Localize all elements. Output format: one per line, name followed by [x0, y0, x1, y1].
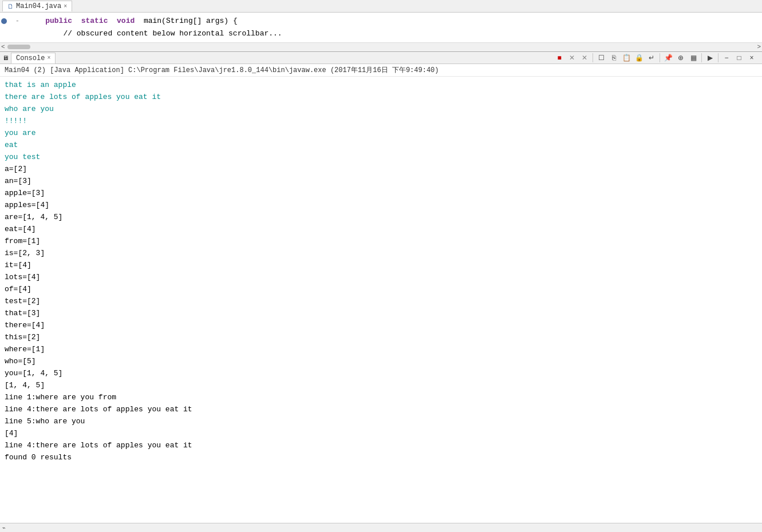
output-line: line 5:who are you: [5, 415, 757, 427]
scroll-lock-button[interactable]: 🔒: [633, 52, 645, 63]
line-number-1: -: [15, 15, 19, 27]
terminate-button[interactable]: ■: [554, 52, 565, 63]
output-line: line 4:there are lots of apples you eat …: [5, 403, 757, 415]
pin-console-button[interactable]: 📌: [662, 52, 674, 63]
new-console-button[interactable]: ⊕: [675, 52, 686, 63]
toolbar-separator-4: [718, 53, 718, 62]
output-line: apples=[4]: [5, 199, 757, 211]
console-tab[interactable]: Console ×: [11, 53, 56, 63]
output-line: of=[4]: [5, 283, 757, 295]
remove-all-button[interactable]: ✕: [579, 52, 590, 63]
arrow-next-button[interactable]: ▶: [704, 52, 716, 63]
editor-tab-bar: 🗋 Main04.java ×: [0, 0, 762, 13]
file-icon: 🗋: [7, 3, 14, 10]
output-line: you are: [5, 127, 757, 139]
output-line: who=[5]: [5, 355, 757, 367]
output-line: !!!!!: [5, 115, 757, 127]
output-line: where=[1]: [5, 343, 757, 355]
editor-panel: 🗋 Main04.java × - public static void mai…: [0, 0, 762, 51]
output-line: it=[4]: [5, 259, 757, 271]
console-tab-label: Console: [16, 54, 45, 62]
scroll-left-arrow[interactable]: <: [1, 43, 5, 50]
output-line: an=[3]: [5, 175, 757, 187]
output-line: you=[1, 4, 5]: [5, 367, 757, 379]
toolbar-separator-2: [660, 53, 660, 62]
horizontal-scrollbar-editor[interactable]: < >: [0, 42, 762, 50]
output-line: that=[3]: [5, 307, 757, 319]
output-line: [1, 4, 5]: [5, 379, 757, 391]
scroll-thumb-editor[interactable]: [7, 45, 30, 49]
console-output[interactable]: that is an applethere are lots of apples…: [0, 77, 762, 523]
keyword-public: public: [45, 17, 72, 25]
output-line: are=[1, 4, 5]: [5, 211, 757, 223]
output-line: a=[2]: [5, 163, 757, 175]
maximize-button[interactable]: □: [733, 52, 745, 63]
output-line: that is an apple: [5, 79, 757, 91]
console-panel: 🖥 Console × ■ ✕ ✕ ☐ ⎘ 📋 🔒 ↵ 📌 ⊕ ▦ ▶: [0, 51, 762, 532]
breakpoint-indicator: [1, 18, 7, 24]
bottom-scroll-icon: ⌁: [2, 525, 6, 531]
toolbar-separator-3: [701, 53, 702, 62]
copy-button[interactable]: ⎘: [608, 52, 619, 63]
editor-code-line-2: // obscured content below horizontal scr…: [23, 27, 282, 40]
console-icon: 🖥: [2, 54, 9, 62]
output-line: [4]: [5, 427, 757, 439]
output-line: there are lots of apples you eat it: [5, 91, 757, 103]
remove-launch-button[interactable]: ✕: [566, 52, 578, 63]
display-console-button[interactable]: ▦: [688, 52, 699, 63]
console-bottom-bar: ⌁: [0, 523, 762, 532]
output-line: apple=[3]: [5, 187, 757, 199]
editor-line-1: - public static void main(String[] args)…: [0, 15, 762, 27]
minimize-button[interactable]: −: [721, 52, 732, 63]
line-gutter-1: -: [0, 15, 23, 27]
output-line: line 1:where are you from: [5, 391, 757, 403]
editor-line-2: // obscured content below horizontal scr…: [0, 27, 762, 40]
console-toolbar: ■ ✕ ✕ ☐ ⎘ 📋 🔒 ↵ 📌 ⊕ ▦ ▶ − □ ×: [554, 52, 760, 63]
scroll-right-arrow[interactable]: >: [757, 43, 761, 50]
output-line: eat=[4]: [5, 223, 757, 235]
output-line: from=[1]: [5, 235, 757, 247]
output-line: found 0 results: [5, 451, 757, 463]
close-console-button[interactable]: ×: [746, 52, 757, 63]
output-line: test=[2]: [5, 295, 757, 307]
clear-console-button[interactable]: ☐: [595, 52, 607, 63]
editor-content: - public static void main(String[] args)…: [0, 13, 762, 42]
console-tab-bar: 🖥 Console × ■ ✕ ✕ ☐ ⎘ 📋 🔒 ↵ 📌 ⊕ ▦ ▶: [0, 51, 762, 64]
output-line: is=[2, 3]: [5, 247, 757, 259]
console-header-text: Main04 (2) [Java Application] C:\Program…: [5, 66, 439, 74]
output-line: you test: [5, 151, 757, 163]
output-line: lots=[4]: [5, 271, 757, 283]
editor-code-line-1: public static void main(String[] args) {: [23, 15, 238, 27]
output-line: who are you: [5, 103, 757, 115]
paste-button[interactable]: 📋: [621, 52, 632, 63]
output-line: there=[4]: [5, 319, 757, 331]
keyword-static: static: [81, 17, 108, 25]
keyword-void: void: [117, 17, 135, 25]
editor-tab-close[interactable]: ×: [64, 3, 67, 10]
editor-tab-main04[interactable]: 🗋 Main04.java ×: [2, 1, 72, 11]
output-line: this=[2]: [5, 331, 757, 343]
editor-tab-label: Main04.java: [16, 2, 61, 10]
console-tab-left: 🖥 Console ×: [2, 53, 56, 63]
word-wrap-button[interactable]: ↵: [646, 52, 657, 63]
console-header: Main04 (2) [Java Application] C:\Program…: [0, 64, 762, 77]
toolbar-separator-1: [593, 53, 593, 62]
output-line: line 4:there are lots of apples you eat …: [5, 439, 757, 451]
output-line: eat: [5, 139, 757, 151]
console-tab-close[interactable]: ×: [47, 55, 50, 61]
